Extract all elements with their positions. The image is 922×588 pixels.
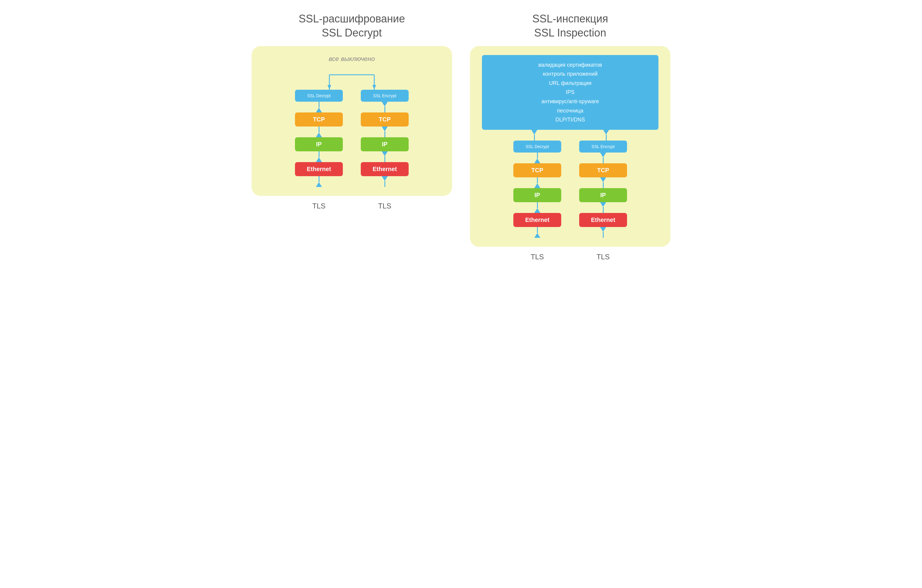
inspection-line-3: URL фильтрация <box>488 78 652 88</box>
page-container: SSL-расшифрование SSL Decrypt все выключ… <box>252 12 670 261</box>
arrow-ssl-tcp-right <box>382 102 388 113</box>
right-tcp-block-left: TCP <box>513 163 561 177</box>
arrow-tcp-ip-right <box>382 126 388 137</box>
right-eth-block-right: Ethernet <box>579 213 627 227</box>
col-left: SSL Decrypt TCP <box>295 90 343 187</box>
arrow-ip-tcp-left <box>316 126 322 137</box>
tcp-block-right: TCP <box>361 113 409 126</box>
inspection-line-2: контроль приложений <box>488 69 652 78</box>
right-arrow-eth-ip-left <box>534 202 540 213</box>
right-arrow-eth-tls-right <box>600 227 606 238</box>
right-ssl-decrypt-block: SSL Decrypt <box>513 140 561 152</box>
bridge-arrow-svg <box>307 69 397 90</box>
right-col-left: SSL Decrypt TCP IP <box>513 140 561 238</box>
arrow-tcp-ssl-left <box>316 102 322 113</box>
right-arrow-ip-eth-right <box>600 202 606 213</box>
inspection-line-4: IPS <box>488 88 652 97</box>
tls-label-right: TLS <box>361 202 409 210</box>
arrow-eth-ip-left <box>316 151 322 162</box>
right-arrow-ip-tcp-left <box>534 177 540 188</box>
right-diagram-section: SSL-инспекция SSL Inspection валидация с… <box>470 12 670 261</box>
right-ssl-encrypt-block: SSL Encrypt <box>579 140 627 152</box>
right-ip-block-left: IP <box>513 188 561 202</box>
arrow-eth-tls-right <box>382 176 388 187</box>
arrow-ip-eth-right <box>382 151 388 162</box>
svg-marker-3 <box>328 85 331 90</box>
right-tls-label-right: TLS <box>579 253 627 261</box>
tcp-block-left: TCP <box>295 113 343 126</box>
inspection-line-7: DLP/TI/DNS <box>488 115 652 124</box>
ip-block-right: IP <box>361 137 409 151</box>
inspection-line-5: антивирус/anti-spyware <box>488 97 652 106</box>
inspection-line-1: валидация сертификатов <box>488 60 652 70</box>
inspection-line-6: песочница <box>488 106 652 116</box>
eth-block-left: Ethernet <box>295 162 343 176</box>
right-arrow-tcp-ip-right <box>600 177 606 188</box>
right-diagram-box: валидация сертификатов контроль приложен… <box>470 46 670 247</box>
right-arrow-tcp-ssl-left <box>534 152 540 163</box>
arrow-inspection-sslD <box>531 130 537 140</box>
right-ip-block-right: IP <box>579 188 627 202</box>
left-diagram-section: SSL-расшифрование SSL Decrypt все выключ… <box>252 12 452 210</box>
arrow-tls-eth-left <box>316 176 322 187</box>
left-diagram-box: все выключено <box>252 46 452 196</box>
right-tcp-block-right: TCP <box>579 163 627 177</box>
arrow-inspection-sslE <box>603 130 609 140</box>
eth-block-right: Ethernet <box>361 162 409 176</box>
right-title: SSL-инспекция SSL Inspection <box>532 12 608 40</box>
columns: SSL Decrypt TCP <box>263 90 440 187</box>
ssl-decrypt-block: SSL Decrypt <box>295 90 343 102</box>
right-arrow-tls-eth-left <box>534 227 540 238</box>
right-arrow-ssl-tcp-right <box>600 152 606 163</box>
ssl-encrypt-block: SSL Encrypt <box>361 90 409 102</box>
ip-block-left: IP <box>295 137 343 151</box>
right-eth-block-left: Ethernet <box>513 213 561 227</box>
disabled-label: все выключено <box>263 55 440 63</box>
col-right: SSL Encrypt TCP <box>361 90 409 187</box>
right-columns: SSL Decrypt TCP IP <box>482 140 659 238</box>
right-tls-label-left: TLS <box>513 253 561 261</box>
svg-marker-4 <box>373 85 376 90</box>
right-col-right: SSL Encrypt TCP IP <box>579 140 627 238</box>
inspection-block: валидация сертификатов контроль приложен… <box>482 55 659 130</box>
tls-label-left: TLS <box>295 202 343 210</box>
left-title: SSL-расшифрование SSL Decrypt <box>299 12 405 40</box>
